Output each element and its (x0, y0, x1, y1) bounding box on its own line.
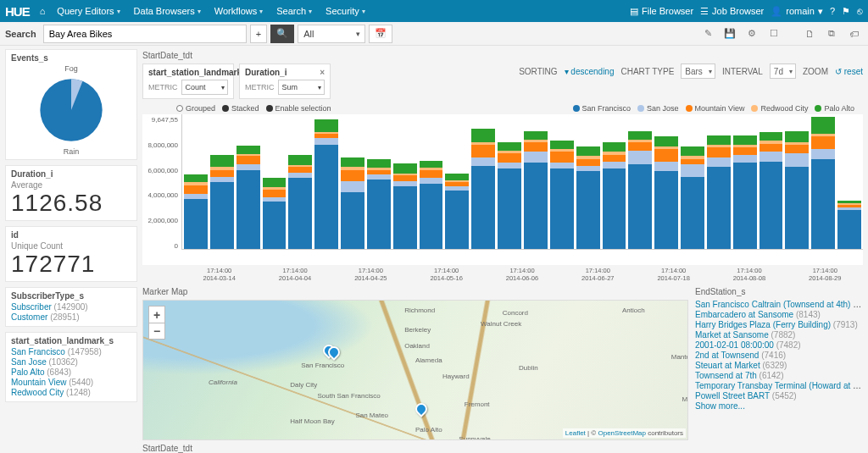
chart-bar[interactable] (760, 132, 783, 249)
list-item[interactable]: Subscriber (142900) (11, 302, 131, 312)
list-item[interactable]: Mountain View (5440) (11, 378, 131, 387)
chart-bar[interactable] (707, 135, 731, 249)
list-item[interactable]: Customer (28951) (11, 312, 131, 322)
sorting-label: SORTING (519, 67, 557, 76)
chart-bar[interactable] (603, 142, 626, 249)
chart-bar[interactable] (498, 142, 521, 249)
chart-bar[interactable] (837, 201, 861, 249)
id-title: id (11, 230, 131, 240)
chart-bar[interactable] (654, 136, 678, 249)
map-city-label: Richmond (404, 307, 435, 314)
list-item[interactable]: Redwood City (1248) (11, 388, 131, 397)
chart-bar[interactable] (263, 178, 287, 249)
list-item[interactable]: Townsend at 7th (6142) (695, 371, 863, 380)
metric-select[interactable]: Count (181, 80, 229, 95)
mode-option[interactable]: Stacked (222, 104, 259, 113)
search-button[interactable]: 🔍 (270, 25, 294, 43)
map-city-label: South San Francisco (317, 392, 380, 400)
search-input[interactable] (43, 25, 247, 43)
legend-item[interactable]: Redwood City (751, 104, 808, 113)
home-icon[interactable]: ⌂ (40, 6, 46, 16)
map-zoom: + − (148, 306, 165, 340)
list-item[interactable]: San Jose (10362) (11, 357, 131, 367)
chart-bar[interactable] (341, 157, 364, 249)
list-item[interactable]: Embarcadero at Sansome (8143) (695, 310, 863, 319)
job-browser-link[interactable]: ☰ Job Browser (700, 6, 764, 17)
chart-bar[interactable] (576, 146, 600, 249)
nav-search[interactable]: Search ▾ (270, 6, 319, 16)
list-item[interactable]: Powell Street BART (5452) (695, 391, 863, 401)
metric-select[interactable]: Sum (278, 80, 326, 95)
legend-item[interactable]: Mountain View (686, 104, 745, 113)
chart-bar[interactable] (393, 163, 417, 249)
edit-icon[interactable]: ✎ (698, 25, 717, 43)
bookmark-icon[interactable]: ☐ (765, 25, 783, 43)
zoom-label: ZOOM (803, 67, 828, 76)
charttype-select[interactable]: Bars (681, 64, 715, 79)
list-item[interactable]: San Francisco (147958) (11, 347, 131, 356)
legend-item[interactable]: San Jose (637, 104, 679, 113)
save-icon[interactable]: 💾 (721, 25, 739, 43)
user-menu[interactable]: 👤 romain ▾ (771, 6, 823, 17)
chart-bar[interactable] (785, 131, 809, 249)
list-item[interactable]: Market at Sansome (7882) (695, 330, 863, 340)
mode-option[interactable]: Enable selection (266, 104, 331, 113)
chart-bar[interactable] (550, 141, 574, 249)
scope-select[interactable]: All (298, 25, 365, 43)
events-card: Events_s Fog Rain (5, 49, 137, 160)
map-city-label: Manteca (671, 353, 688, 361)
chart-bar[interactable] (681, 146, 704, 249)
zoom-reset[interactable]: ↺ reset (835, 67, 863, 76)
help-icon[interactable]: ? (830, 6, 835, 16)
chart-bar[interactable] (367, 159, 391, 249)
new-icon[interactable]: 🗋 (800, 25, 819, 43)
chart-bar[interactable] (628, 131, 652, 249)
chart-bar[interactable] (420, 161, 443, 249)
leaflet-link[interactable]: Leaflet (565, 429, 586, 437)
list-item[interactable]: San Francisco Caltrain (Townsend at 4th)… (695, 300, 863, 309)
list-item[interactable]: 2nd at Townsend (7416) (695, 351, 863, 360)
show-more-link[interactable]: Show more... (695, 401, 745, 411)
list-item[interactable]: 2001-02-01 08:00:00 (7482) (695, 340, 863, 350)
chart-bar[interactable] (236, 146, 260, 249)
chart-bar[interactable] (471, 129, 495, 249)
nav-security[interactable]: Security ▾ (319, 6, 372, 16)
interval-select[interactable]: 7d (770, 64, 796, 79)
zoom-in-button[interactable]: + (148, 306, 165, 323)
chart-bar[interactable] (314, 119, 338, 249)
legend-item[interactable]: Palo Alto (815, 104, 854, 113)
chart-bar[interactable] (210, 155, 234, 249)
chart-bar[interactable] (288, 155, 312, 249)
list-item[interactable]: Palo Alto (6843) (11, 367, 131, 377)
chart-bar[interactable] (733, 135, 757, 249)
tag-icon[interactable]: 🏷 (844, 25, 863, 43)
sorting-value[interactable]: ▾ descending (565, 67, 615, 76)
map-city-label: San Mateo (355, 412, 388, 419)
copy-icon[interactable]: ⧉ (822, 25, 841, 43)
nav-query-editors[interactable]: Query Editors ▾ (50, 6, 126, 16)
chart-bar[interactable] (811, 117, 835, 249)
y-axis: 9,647,558,000,0006,000,0004,000,0002,000… (142, 114, 181, 265)
gear-icon[interactable]: ⚙ (743, 25, 761, 43)
nav-workflows[interactable]: Workflows ▾ (208, 6, 270, 16)
zoom-out-button[interactable]: − (148, 323, 165, 340)
list-item[interactable]: Harry Bridges Plaza (Ferry Building) (79… (695, 320, 863, 329)
chart-bar[interactable] (445, 174, 469, 249)
osm-link[interactable]: OpenStreetMap (598, 429, 645, 437)
chart-bar[interactable] (184, 174, 208, 249)
file-browser-link[interactable]: ▤ File Browser (630, 6, 693, 17)
legend-item[interactable]: San Francisco (573, 104, 632, 113)
nav-data-browsers[interactable]: Data Browsers ▾ (127, 6, 208, 16)
flag-icon[interactable]: ⚑ (842, 6, 850, 17)
main-panel: StartDate_tdt start_station_landmark_s×M… (142, 46, 868, 453)
mode-option[interactable]: Grouped (176, 104, 215, 113)
add-button[interactable]: + (250, 25, 267, 43)
chip-remove[interactable]: × (320, 68, 325, 77)
marker-map[interactable]: + − Leaflet | © OpenStreetMap contributo… (142, 300, 688, 440)
list-item[interactable]: Steuart at Market (6329) (695, 361, 863, 370)
landmark-title: start_station_landmark_s (11, 336, 131, 345)
list-item[interactable]: Temporary Transbay Terminal (Howard at B… (695, 381, 863, 390)
chart-bar[interactable] (524, 131, 548, 249)
date-button[interactable]: 📅 (369, 25, 392, 43)
signout-icon[interactable]: ⎋ (857, 6, 863, 16)
